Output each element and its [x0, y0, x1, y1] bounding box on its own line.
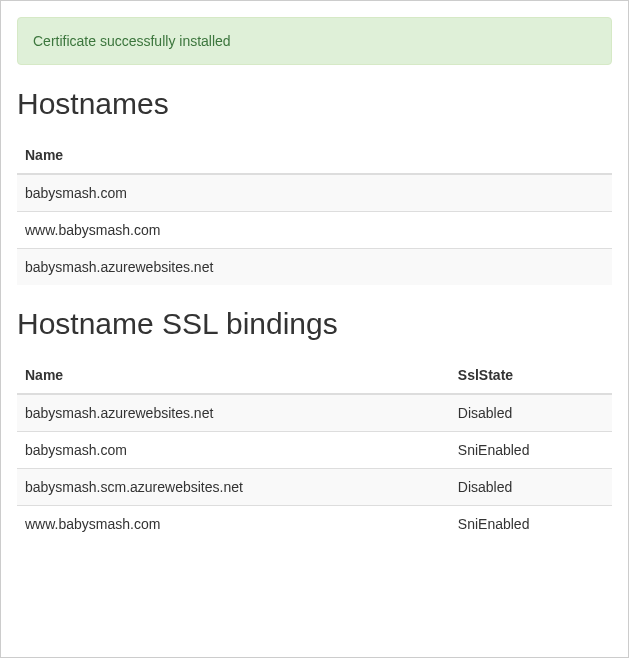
- hostnames-table: Name babysmash.com www.babysmash.com bab…: [17, 137, 612, 285]
- hostnames-heading: Hostnames: [17, 87, 612, 121]
- table-row: babysmash.com SniEnabled: [17, 432, 612, 469]
- ssl-state-cell: SniEnabled: [450, 432, 612, 469]
- hostname-cell: babysmash.azurewebsites.net: [17, 249, 612, 286]
- ssl-bindings-col-sslstate: SslState: [450, 357, 612, 394]
- table-row: www.babysmash.com: [17, 212, 612, 249]
- ssl-name-cell: www.babysmash.com: [17, 506, 450, 543]
- ssl-state-cell: SniEnabled: [450, 506, 612, 543]
- alert-message: Certificate successfully installed: [33, 33, 231, 49]
- hostname-cell: www.babysmash.com: [17, 212, 612, 249]
- ssl-name-cell: babysmash.scm.azurewebsites.net: [17, 469, 450, 506]
- ssl-state-cell: Disabled: [450, 469, 612, 506]
- table-row: babysmash.azurewebsites.net Disabled: [17, 394, 612, 432]
- table-row: www.babysmash.com SniEnabled: [17, 506, 612, 543]
- ssl-state-cell: Disabled: [450, 394, 612, 432]
- table-row: babysmash.scm.azurewebsites.net Disabled: [17, 469, 612, 506]
- ssl-name-cell: babysmash.com: [17, 432, 450, 469]
- ssl-bindings-table: Name SslState babysmash.azurewebsites.ne…: [17, 357, 612, 542]
- table-row: babysmash.com: [17, 174, 612, 212]
- ssl-name-cell: babysmash.azurewebsites.net: [17, 394, 450, 432]
- ssl-bindings-col-name: Name: [17, 357, 450, 394]
- hostnames-col-name: Name: [17, 137, 612, 174]
- success-alert: Certificate successfully installed: [17, 17, 612, 65]
- hostnames-header-row: Name: [17, 137, 612, 174]
- ssl-bindings-header-row: Name SslState: [17, 357, 612, 394]
- ssl-bindings-heading: Hostname SSL bindings: [17, 307, 612, 341]
- table-row: babysmash.azurewebsites.net: [17, 249, 612, 286]
- hostname-cell: babysmash.com: [17, 174, 612, 212]
